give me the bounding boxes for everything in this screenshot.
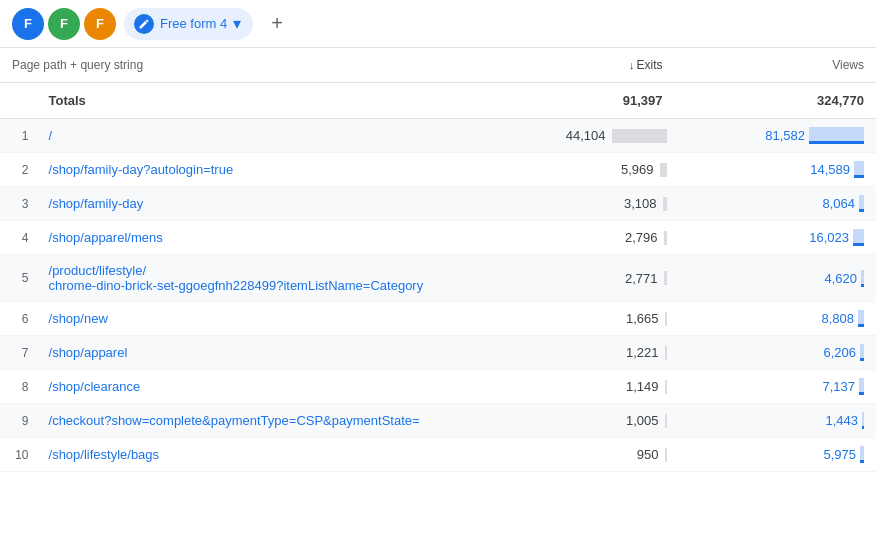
totals-label-cell: Totals bbox=[37, 83, 474, 119]
row-exits-cell: 950 bbox=[473, 438, 674, 472]
row-path-cell[interactable]: /shop/lifestyle/bags bbox=[37, 438, 474, 472]
row-path-cell[interactable]: /shop/clearance bbox=[37, 370, 474, 404]
row-index-cell: 1 bbox=[0, 119, 37, 153]
active-tab[interactable]: Free form 4 ▾ bbox=[124, 8, 253, 40]
row-exits-cell: 5,969 bbox=[473, 153, 674, 187]
row-views-cell: 8,808 bbox=[675, 302, 877, 336]
row-path-cell[interactable]: /shop/family-day?autologin=true bbox=[37, 153, 474, 187]
row-index-cell: 5 bbox=[0, 255, 37, 302]
active-tab-icon bbox=[134, 14, 154, 34]
tab-f-blue[interactable]: F bbox=[12, 8, 44, 40]
row-index-cell: 9 bbox=[0, 404, 37, 438]
totals-views-cell: 324,770 bbox=[675, 83, 877, 119]
table-header-row: Page path + query string ↓Exits Views bbox=[0, 48, 876, 83]
row-views-cell: 14,589 bbox=[675, 153, 877, 187]
row-views-cell: 6,206 bbox=[675, 336, 877, 370]
row-exits-cell: 44,104 bbox=[473, 119, 674, 153]
table-row: 10/shop/lifestyle/bags9505,975 bbox=[0, 438, 876, 472]
row-views-cell: 81,582 bbox=[675, 119, 877, 153]
row-index-cell: 2 bbox=[0, 153, 37, 187]
table-row: 6/shop/new1,6658,808 bbox=[0, 302, 876, 336]
row-path-cell[interactable]: /shop/family-day bbox=[37, 187, 474, 221]
table-row: 1/44,10481,582 bbox=[0, 119, 876, 153]
table-row: 7/shop/apparel1,2216,206 bbox=[0, 336, 876, 370]
row-path-cell[interactable]: /checkout?show=complete&paymentType=CSP&… bbox=[37, 404, 474, 438]
sort-icon-exits: ↓ bbox=[629, 59, 635, 71]
table-row: 3/shop/family-day3,1088,064 bbox=[0, 187, 876, 221]
add-tab-button[interactable]: + bbox=[261, 8, 293, 40]
row-exits-cell: 3,108 bbox=[473, 187, 674, 221]
row-views-cell: 1,443 bbox=[675, 404, 877, 438]
row-views-cell: 7,137 bbox=[675, 370, 877, 404]
row-views-cell: 4,620 bbox=[675, 255, 877, 302]
row-index-cell: 3 bbox=[0, 187, 37, 221]
row-index-cell: 7 bbox=[0, 336, 37, 370]
row-path-cell[interactable]: /shop/apparel bbox=[37, 336, 474, 370]
column-header-dimension: Page path + query string bbox=[0, 48, 473, 83]
tab-f-green[interactable]: F bbox=[48, 8, 80, 40]
row-views-cell: 16,023 bbox=[675, 221, 877, 255]
tab-dropdown-chevron[interactable]: ▾ bbox=[233, 16, 241, 32]
active-tab-label: Free form 4 bbox=[160, 16, 227, 31]
table-row: 9/checkout?show=complete&paymentType=CSP… bbox=[0, 404, 876, 438]
column-header-exits[interactable]: ↓Exits bbox=[473, 48, 674, 83]
pencil-icon bbox=[138, 18, 150, 30]
row-path-cell[interactable]: /shop/apparel/mens bbox=[37, 221, 474, 255]
data-table: Page path + query string ↓Exits Views To… bbox=[0, 48, 876, 472]
column-header-views[interactable]: Views bbox=[675, 48, 877, 83]
tab-f-orange[interactable]: F bbox=[84, 8, 116, 40]
row-exits-cell: 1,149 bbox=[473, 370, 674, 404]
row-exits-cell: 2,771 bbox=[473, 255, 674, 302]
totals-index-cell bbox=[0, 83, 37, 119]
row-index-cell: 8 bbox=[0, 370, 37, 404]
data-table-container: Page path + query string ↓Exits Views To… bbox=[0, 48, 876, 549]
row-exits-cell: 1,005 bbox=[473, 404, 674, 438]
row-views-cell: 5,975 bbox=[675, 438, 877, 472]
row-exits-cell: 2,796 bbox=[473, 221, 674, 255]
table-row: 4/shop/apparel/mens2,79616,023 bbox=[0, 221, 876, 255]
row-index-cell: 4 bbox=[0, 221, 37, 255]
row-path-cell[interactable]: /shop/new bbox=[37, 302, 474, 336]
row-index-cell: 6 bbox=[0, 302, 37, 336]
row-path-cell[interactable]: / bbox=[37, 119, 474, 153]
row-path-cell[interactable]: /product/lifestyle/chrome-dino-brick-set… bbox=[37, 255, 474, 302]
table-row: 8/shop/clearance1,1497,137 bbox=[0, 370, 876, 404]
tab-bar: F F F Free form 4 ▾ + bbox=[0, 0, 876, 48]
totals-exits-cell: 91,397 bbox=[473, 83, 674, 119]
row-exits-cell: 1,221 bbox=[473, 336, 674, 370]
row-index-cell: 10 bbox=[0, 438, 37, 472]
table-row: 2/shop/family-day?autologin=true5,96914,… bbox=[0, 153, 876, 187]
totals-row: Totals 91,397 324,770 bbox=[0, 83, 876, 119]
row-exits-cell: 1,665 bbox=[473, 302, 674, 336]
row-views-cell: 8,064 bbox=[675, 187, 877, 221]
table-row: 5/product/lifestyle/chrome-dino-brick-se… bbox=[0, 255, 876, 302]
